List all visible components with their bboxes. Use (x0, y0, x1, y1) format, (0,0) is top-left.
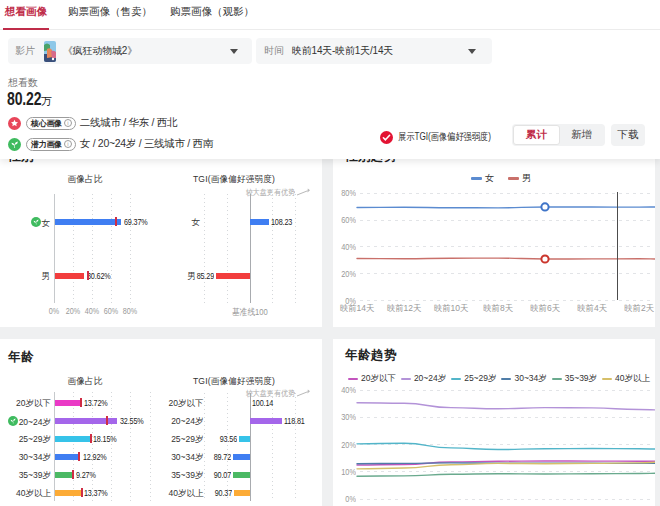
gridline (227, 393, 228, 501)
panel-gender-trend: 性别趋势 女男0%20%40%60%80%映前14天映前12天映前10天映前8天… (333, 146, 655, 327)
market-tick (80, 398, 82, 407)
category-label: 20岁以下 (134, 398, 204, 408)
chart-subtitle: TGI(画像偏好强弱度) (168, 375, 301, 388)
trend-line-25~29岁[interactable] (357, 443, 655, 449)
tab-ticket-profile-sale[interactable]: 购票画像（售卖） (68, 4, 152, 26)
data-marker-男[interactable] (541, 255, 548, 262)
profile-value: 二线城市 / 华东 / 西北 (80, 116, 177, 130)
trend-line-35~39岁[interactable] (357, 473, 655, 476)
bar-25~29岁[interactable] (55, 436, 90, 442)
profile-row-core: 核心画像i二线城市 / 华东 / 西北 (8, 116, 177, 130)
gridline (295, 393, 296, 501)
value-label: 118.81 (284, 415, 305, 426)
download-button[interactable]: 下载 (611, 124, 645, 146)
value-label: 90.37 (156, 487, 232, 498)
panel-age: 年龄 画像占比20岁以下13.72%20~24岁32.55%25~29岁18.1… (0, 339, 322, 506)
value-label: 108.23 (271, 216, 292, 227)
data-marker-女[interactable] (541, 203, 548, 210)
time-select[interactable]: 时间 映前14天-映前1天/14天 (256, 38, 492, 64)
gridline (130, 194, 131, 303)
gridline (272, 393, 273, 501)
chart-subtitle: 画像占比 (19, 173, 152, 186)
category-label: 40岁以上 (0, 488, 51, 498)
trend-line-女[interactable] (357, 207, 655, 208)
check-icon (380, 131, 393, 144)
gridline (111, 194, 112, 303)
value-label: 9.27% (76, 469, 96, 480)
advantage-note: 较大盘更有优势 (207, 187, 295, 198)
movie-select-value: 《疯狂动物城2》 (63, 44, 137, 58)
market-tick (90, 434, 92, 443)
tab-want-profile[interactable]: 想看画像 (5, 4, 47, 26)
chart-subtitle: 画像占比 (19, 375, 152, 388)
value-label: 100.14 (252, 397, 273, 408)
category-label: 20岁以下 (0, 398, 51, 408)
category-label: 30~34岁 (0, 452, 51, 462)
value-label: 90.07 (155, 469, 231, 480)
advantage-note: 较大盘更有优势 (207, 388, 295, 399)
baseline-axis (250, 393, 251, 501)
profile-badge-label: 潜力画像 (31, 139, 62, 150)
time-select-value: 映前14天-映前1天/14天 (292, 44, 393, 58)
bar-男[interactable] (55, 273, 84, 279)
category-label: 男 (0, 271, 50, 281)
category-label: 20~24岁 (0, 416, 51, 428)
trend-line-男[interactable] (357, 258, 655, 259)
trend-line-20~24岁[interactable] (357, 403, 655, 410)
gridline (73, 392, 74, 501)
panel-age-trend: 年龄趋势 20岁以下20~24岁25~29岁30~34岁35~39岁40岁以上0… (333, 339, 655, 506)
bar-女[interactable] (250, 219, 269, 225)
bar-30~34岁[interactable] (233, 454, 250, 460)
category-label: 25~29岁 (0, 434, 51, 444)
advantage-arrow-icon (297, 188, 311, 197)
bar-40岁以上[interactable] (55, 490, 81, 496)
bar-20岁以下[interactable] (55, 400, 81, 406)
movie-select-label: 影片 (15, 44, 35, 58)
profile-badge-potential[interactable]: 潜力画像i (26, 138, 76, 151)
market-tick (115, 217, 117, 226)
baseline-axis (250, 194, 251, 303)
bar-男[interactable] (216, 273, 250, 279)
bar-25~29岁[interactable] (239, 436, 250, 442)
category-label: 20~24岁 (134, 416, 204, 426)
current-day-line (617, 192, 618, 300)
tab-ticket-profile-view[interactable]: 购票画像（观影） (170, 4, 254, 26)
segment-new[interactable]: 新增 (560, 125, 605, 145)
movie-select[interactable]: 影片 《疯狂动物城2》 (8, 38, 252, 64)
bar-35~39岁[interactable] (55, 472, 73, 478)
profile-badge-label: 核心画像 (31, 118, 62, 129)
bar-40岁以上[interactable] (234, 490, 250, 496)
category-label: 35~39岁 (0, 470, 51, 480)
gridline (295, 194, 296, 303)
category-label: 女 (0, 217, 50, 229)
active-tab-underline (3, 28, 49, 30)
gridline (111, 392, 112, 501)
gridline (150, 392, 151, 501)
value-label: 30.62% (87, 270, 111, 281)
gridline (272, 194, 273, 303)
segment-cumulative[interactable]: 累计 (513, 125, 560, 145)
info-icon[interactable]: i (64, 140, 72, 148)
bar-20~24岁[interactable] (55, 418, 117, 424)
bar-20~24岁[interactable] (250, 418, 282, 424)
movie-poster (44, 41, 56, 62)
value-label: 85.29 (138, 270, 214, 281)
tgi-toggle[interactable]: 展示TGI(画像偏好强弱度) (380, 130, 511, 144)
gridline (204, 194, 205, 303)
value-label: 12.92% (83, 451, 107, 462)
market-tick (72, 470, 74, 479)
value-label: 89.72 (155, 451, 231, 462)
gridline (92, 392, 93, 501)
panel-gender: 性别 画像占比0%20%40%60%80%女69.37%男30.62% TGI(… (0, 146, 322, 327)
category-label: 女 (130, 217, 200, 227)
info-icon[interactable]: i (64, 119, 72, 127)
value-label: 18.15% (93, 433, 117, 444)
bar-35~39岁[interactable] (233, 472, 250, 478)
market-tick (106, 416, 108, 425)
profile-value: 女 / 20~24岁 / 三线城市 / 西南 (80, 137, 213, 151)
profile-badge-core[interactable]: 核心画像i (26, 117, 76, 130)
sprout-icon (8, 416, 18, 428)
bar-女[interactable] (55, 219, 121, 225)
header: 想看画像购票画像（售卖）购票画像（观影） 影片 《疯狂动物城2》 时间 映前14… (0, 0, 660, 159)
bar-30~34岁[interactable] (55, 454, 80, 460)
